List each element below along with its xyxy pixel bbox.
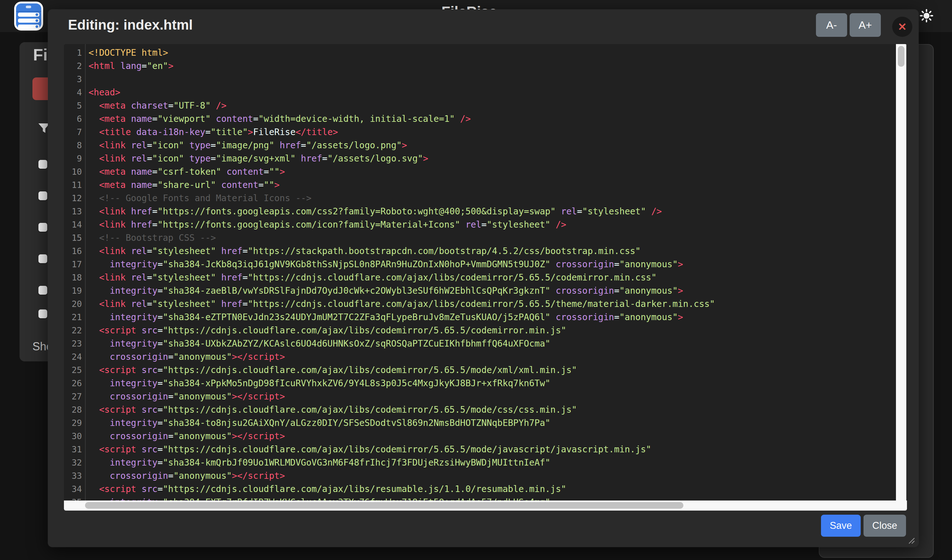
line-number: 14	[64, 218, 82, 231]
line-number: 23	[64, 337, 82, 350]
code-editor[interactable]: 1234567891011121314151617181920212223242…	[64, 44, 907, 511]
code-line: integrity="sha384-UXbkZAbZYZ/KCAslc6UO4d…	[88, 337, 715, 350]
line-number: 24	[64, 350, 82, 364]
code-line: integrity="sha384-JcKb8q3iqJ61gNV9KGb8th…	[88, 258, 715, 271]
line-number: 17	[64, 258, 82, 271]
line-number: 16	[64, 245, 82, 258]
line-number: 28	[64, 403, 82, 417]
file-checkbox[interactable]	[39, 191, 47, 200]
code-line: <meta name="viewport" content="width=dev…	[88, 113, 715, 126]
code-line: <link rel="stylesheet" href="https://sta…	[88, 245, 715, 258]
code-line: <script src="https://cdnjs.cloudflare.co…	[88, 483, 715, 496]
code-line: integrity="sha384-to8njsu2GAiXQnY/aLGzz0…	[88, 417, 715, 430]
code-line: crossorigin="anonymous"></script>	[88, 430, 715, 443]
save-button[interactable]: Save	[821, 515, 861, 537]
line-number: 18	[64, 271, 82, 284]
editor-modal: Editing: index.html A- A+ ✕ 123456789101…	[48, 9, 919, 547]
sun-icon	[920, 9, 933, 23]
code-line: <meta charset="UTF-8" />	[88, 99, 715, 113]
code-line	[88, 73, 715, 86]
line-number: 22	[64, 324, 82, 337]
line-number: 3	[64, 73, 82, 86]
screen: FileRise Fi D	[0, 0, 952, 560]
line-number: 25	[64, 364, 82, 377]
line-number: 5	[64, 99, 82, 113]
code-line: <meta name="csrf-token" content="">	[88, 165, 715, 179]
code-line: crossorigin="anonymous"></script>	[88, 469, 715, 483]
horizontal-scrollbar[interactable]	[64, 500, 907, 511]
line-number: 21	[64, 311, 82, 324]
theme-toggle-button[interactable]	[920, 9, 933, 23]
vertical-scrollbar-thumb[interactable]	[898, 46, 904, 67]
code-line: <link rel="stylesheet" href="https://cdn…	[88, 271, 715, 284]
line-number: 29	[64, 417, 82, 430]
code-line: <!-- Google Fonts and Material Icons -->	[88, 192, 715, 205]
line-number: 2	[64, 60, 82, 73]
code-line: crossorigin="anonymous"></script>	[88, 390, 715, 403]
code-line: integrity="sha384-zaeBlB/vwYsDRSlFajnDd7…	[88, 284, 715, 298]
code-line: <html lang="en">	[88, 60, 715, 73]
code-line: <title data-i18n-key="title">FileRise</t…	[88, 126, 715, 139]
code-line: <link rel="icon" type="image/svg+xml" hr…	[88, 152, 715, 165]
line-number: 32	[64, 456, 82, 469]
line-number: 30	[64, 430, 82, 443]
code-line: <script src="https://cdnjs.cloudflare.co…	[88, 403, 715, 417]
line-number: 12	[64, 192, 82, 205]
modal-close-icon[interactable]: ✕	[892, 17, 912, 37]
server-stack-icon	[14, 2, 43, 31]
line-number: 4	[64, 86, 82, 99]
line-number: 8	[64, 139, 82, 152]
editor-modal-title: Editing: index.html	[68, 17, 193, 33]
close-button[interactable]: Close	[864, 515, 906, 537]
vertical-scrollbar[interactable]	[896, 44, 906, 500]
file-checkbox[interactable]	[39, 223, 47, 232]
gutter-numbers: 1234567891011121314151617181920212223242…	[64, 46, 82, 509]
code-line: integrity="sha384-kmQrbJf09Uo1WRLMDVGoVG…	[88, 456, 715, 469]
panel-heading-fragment: Fi	[33, 45, 48, 64]
code-line: <head>	[88, 86, 715, 99]
code-line: <link rel="stylesheet" href="https://cdn…	[88, 298, 715, 311]
line-number: 7	[64, 126, 82, 139]
code-line: <link href="https://fonts.googleapis.com…	[88, 205, 715, 218]
line-number: 31	[64, 443, 82, 456]
code-line: crossorigin="anonymous"></script>	[88, 350, 715, 364]
line-number: 33	[64, 469, 82, 483]
line-number: 6	[64, 113, 82, 126]
code-line: integrity="sha384-eZTPTN0EvJdn23s24UDYJm…	[88, 311, 715, 324]
horizontal-scrollbar-thumb[interactable]	[85, 502, 683, 509]
line-number: 9	[64, 152, 82, 165]
code-line: <!-- Bootstrap CSS -->	[88, 231, 715, 245]
file-checkbox[interactable]	[39, 160, 47, 169]
code-line: <link href="https://fonts.googleapis.com…	[88, 218, 715, 231]
file-checkbox[interactable]	[39, 286, 47, 295]
code-line: <meta name="share-url" content="">	[88, 179, 715, 192]
line-number: 20	[64, 298, 82, 311]
code-line: <link rel="icon" type="image/png" href="…	[88, 139, 715, 152]
font-increase-button[interactable]: A+	[850, 13, 881, 37]
code-line: <script src="https://cdnjs.cloudflare.co…	[88, 324, 715, 337]
font-decrease-button[interactable]: A-	[816, 13, 847, 37]
line-number: 10	[64, 165, 82, 179]
code-line: <script src="https://cdnjs.cloudflare.co…	[88, 443, 715, 456]
gutter-divider	[85, 44, 86, 500]
code-line: integrity="sha384-xPpkMo5nDgD98fIcuRVYhx…	[88, 377, 715, 390]
file-checkbox[interactable]	[39, 309, 47, 318]
filerise-logo-icon[interactable]	[14, 2, 43, 31]
resize-handle-icon[interactable]	[907, 536, 915, 544]
code-line: <script src="https://cdnjs.cloudflare.co…	[88, 364, 715, 377]
line-number: 26	[64, 377, 82, 390]
line-number: 13	[64, 205, 82, 218]
line-number: 34	[64, 483, 82, 496]
line-number: 1	[64, 46, 82, 60]
line-number: 15	[64, 231, 82, 245]
file-checkbox[interactable]	[39, 255, 47, 263]
line-number: 27	[64, 390, 82, 403]
line-number: 11	[64, 179, 82, 192]
line-number: 19	[64, 284, 82, 298]
code-lines: <!DOCTYPE html><html lang="en"><head> <m…	[88, 46, 715, 509]
code-line: <!DOCTYPE html>	[88, 46, 715, 60]
